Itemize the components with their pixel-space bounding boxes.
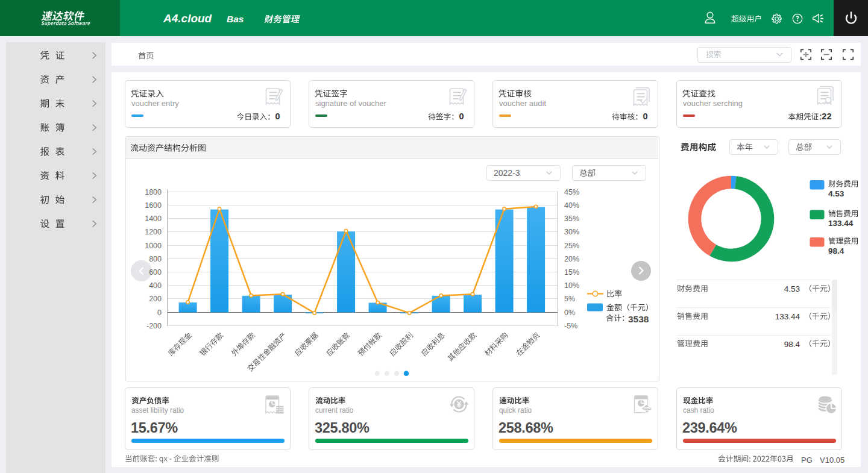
svg-text:1600: 1600 (145, 201, 162, 210)
svg-text:1200: 1200 (145, 228, 162, 236)
svg-text:20%: 20% (564, 255, 579, 263)
svg-text:1400: 1400 (145, 215, 162, 223)
svg-text:0: 0 (157, 309, 162, 317)
svg-text:200: 200 (149, 295, 162, 303)
svg-text:-200: -200 (146, 322, 162, 330)
svg-text:5%: 5% (564, 295, 575, 303)
svg-text:40%: 40% (564, 201, 579, 210)
svg-text:400: 400 (149, 281, 162, 290)
svg-text:0%: 0% (564, 309, 575, 317)
svg-text:45%: 45% (564, 188, 579, 196)
svg-text:10%: 10% (564, 281, 579, 290)
svg-text:-5%: -5% (564, 322, 577, 330)
svg-text:15%: 15% (564, 268, 579, 277)
svg-text:1000: 1000 (145, 242, 162, 250)
svg-text:25%: 25% (564, 242, 579, 250)
svg-text:30%: 30% (564, 228, 579, 236)
svg-text:35%: 35% (564, 215, 579, 223)
svg-text:1800: 1800 (145, 188, 162, 196)
svg-text:600: 600 (149, 268, 162, 277)
svg-text:800: 800 (149, 255, 162, 263)
